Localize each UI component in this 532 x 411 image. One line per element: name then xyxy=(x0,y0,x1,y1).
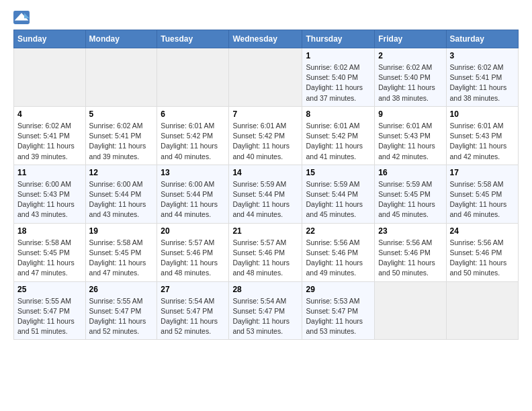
day-number: 27 xyxy=(161,285,225,294)
day-number: 15 xyxy=(306,168,371,177)
calendar-cell: 12Sunrise: 6:00 AM Sunset: 5:44 PM Dayli… xyxy=(85,165,157,223)
day-number: 28 xyxy=(232,285,298,294)
day-info: Sunrise: 5:53 AM Sunset: 5:47 PM Dayligh… xyxy=(306,296,371,337)
day-number: 26 xyxy=(89,285,154,294)
calendar-cell: 10Sunrise: 6:01 AM Sunset: 5:43 PM Dayli… xyxy=(446,106,519,165)
day-number: 12 xyxy=(89,168,154,177)
day-info: Sunrise: 5:57 AM Sunset: 5:46 PM Dayligh… xyxy=(232,238,298,279)
day-info: Sunrise: 6:01 AM Sunset: 5:42 PM Dayligh… xyxy=(306,121,371,162)
week-row-3: 11Sunrise: 6:00 AM Sunset: 5:43 PM Dayli… xyxy=(14,165,519,223)
day-info: Sunrise: 6:00 AM Sunset: 5:44 PM Dayligh… xyxy=(161,179,225,220)
day-number: 7 xyxy=(232,109,298,119)
calendar-cell: 20Sunrise: 5:57 AM Sunset: 5:46 PM Dayli… xyxy=(157,223,229,281)
day-number: 18 xyxy=(17,226,82,236)
calendar-cell: 11Sunrise: 6:00 AM Sunset: 5:43 PM Dayli… xyxy=(14,165,86,223)
calendar-table: SundayMondayTuesdayWednesdayThursdayFrid… xyxy=(13,30,519,340)
page-header xyxy=(13,11,519,24)
day-info: Sunrise: 6:01 AM Sunset: 5:43 PM Dayligh… xyxy=(378,121,442,162)
day-number: 6 xyxy=(161,109,225,119)
day-number: 1 xyxy=(306,51,371,60)
week-row-4: 18Sunrise: 5:58 AM Sunset: 5:45 PM Dayli… xyxy=(14,223,519,281)
header-saturday: Saturday xyxy=(446,30,519,48)
day-info: Sunrise: 6:02 AM Sunset: 5:41 PM Dayligh… xyxy=(89,121,154,162)
day-number: 20 xyxy=(161,226,225,236)
day-number: 22 xyxy=(306,226,371,236)
calendar-cell: 13Sunrise: 6:00 AM Sunset: 5:44 PM Dayli… xyxy=(157,165,229,223)
calendar-cell: 4Sunrise: 6:02 AM Sunset: 5:41 PM Daylig… xyxy=(14,106,86,165)
calendar-cell: 26Sunrise: 5:55 AM Sunset: 5:47 PM Dayli… xyxy=(85,281,157,340)
day-number: 11 xyxy=(17,168,82,177)
day-info: Sunrise: 5:59 AM Sunset: 5:44 PM Dayligh… xyxy=(232,179,298,220)
day-info: Sunrise: 6:01 AM Sunset: 5:43 PM Dayligh… xyxy=(450,121,515,162)
calendar-cell: 28Sunrise: 5:54 AM Sunset: 5:47 PM Dayli… xyxy=(229,281,302,340)
day-number: 5 xyxy=(89,109,154,119)
day-info: Sunrise: 6:01 AM Sunset: 5:42 PM Dayligh… xyxy=(161,121,225,162)
day-number: 16 xyxy=(378,168,442,177)
day-number: 2 xyxy=(378,51,442,60)
header-thursday: Thursday xyxy=(302,30,375,48)
calendar-cell: 17Sunrise: 5:58 AM Sunset: 5:45 PM Dayli… xyxy=(446,165,519,223)
logo xyxy=(13,11,32,24)
header-friday: Friday xyxy=(375,30,446,48)
calendar-cell xyxy=(229,48,302,107)
calendar-cell: 15Sunrise: 5:59 AM Sunset: 5:44 PM Dayli… xyxy=(302,165,375,223)
day-info: Sunrise: 5:56 AM Sunset: 5:46 PM Dayligh… xyxy=(306,238,371,279)
day-info: Sunrise: 5:56 AM Sunset: 5:46 PM Dayligh… xyxy=(450,238,515,279)
calendar-cell xyxy=(446,281,519,340)
day-number: 9 xyxy=(378,109,442,119)
day-number: 25 xyxy=(17,285,82,294)
calendar-cell: 25Sunrise: 5:55 AM Sunset: 5:47 PM Dayli… xyxy=(14,281,86,340)
calendar-cell: 14Sunrise: 5:59 AM Sunset: 5:44 PM Dayli… xyxy=(229,165,302,223)
day-number: 13 xyxy=(161,168,225,177)
calendar-cell xyxy=(157,48,229,107)
calendar-cell: 1Sunrise: 6:02 AM Sunset: 5:40 PM Daylig… xyxy=(302,48,375,107)
calendar-cell: 22Sunrise: 5:56 AM Sunset: 5:46 PM Dayli… xyxy=(302,223,375,281)
calendar-cell: 18Sunrise: 5:58 AM Sunset: 5:45 PM Dayli… xyxy=(14,223,86,281)
calendar-cell: 6Sunrise: 6:01 AM Sunset: 5:42 PM Daylig… xyxy=(157,106,229,165)
day-number: 29 xyxy=(306,285,371,294)
day-info: Sunrise: 6:00 AM Sunset: 5:43 PM Dayligh… xyxy=(17,179,82,220)
calendar-cell xyxy=(85,48,157,107)
day-info: Sunrise: 5:54 AM Sunset: 5:47 PM Dayligh… xyxy=(232,296,298,337)
calendar-cell: 21Sunrise: 5:57 AM Sunset: 5:46 PM Dayli… xyxy=(229,223,302,281)
day-info: Sunrise: 6:02 AM Sunset: 5:41 PM Dayligh… xyxy=(450,62,515,103)
header-wednesday: Wednesday xyxy=(229,30,302,48)
day-info: Sunrise: 5:59 AM Sunset: 5:45 PM Dayligh… xyxy=(378,179,442,220)
calendar-cell: 9Sunrise: 6:01 AM Sunset: 5:43 PM Daylig… xyxy=(375,106,446,165)
header-tuesday: Tuesday xyxy=(157,30,229,48)
day-number: 24 xyxy=(450,226,515,236)
day-info: Sunrise: 5:58 AM Sunset: 5:45 PM Dayligh… xyxy=(89,238,154,279)
header-monday: Monday xyxy=(85,30,157,48)
day-number: 8 xyxy=(306,109,371,119)
day-number: 23 xyxy=(378,226,442,236)
calendar-cell: 29Sunrise: 5:53 AM Sunset: 5:47 PM Dayli… xyxy=(302,281,375,340)
calendar-cell: 27Sunrise: 5:54 AM Sunset: 5:47 PM Dayli… xyxy=(157,281,229,340)
day-info: Sunrise: 5:58 AM Sunset: 5:45 PM Dayligh… xyxy=(450,179,515,220)
calendar-cell: 19Sunrise: 5:58 AM Sunset: 5:45 PM Dayli… xyxy=(85,223,157,281)
day-info: Sunrise: 5:58 AM Sunset: 5:45 PM Dayligh… xyxy=(17,238,82,279)
calendar-cell: 7Sunrise: 6:01 AM Sunset: 5:42 PM Daylig… xyxy=(229,106,302,165)
calendar-cell: 8Sunrise: 6:01 AM Sunset: 5:42 PM Daylig… xyxy=(302,106,375,165)
calendar-cell: 5Sunrise: 6:02 AM Sunset: 5:41 PM Daylig… xyxy=(85,106,157,165)
day-info: Sunrise: 5:56 AM Sunset: 5:46 PM Dayligh… xyxy=(378,238,442,279)
calendar-cell: 24Sunrise: 5:56 AM Sunset: 5:46 PM Dayli… xyxy=(446,223,519,281)
day-info: Sunrise: 5:54 AM Sunset: 5:47 PM Dayligh… xyxy=(161,296,225,337)
week-row-5: 25Sunrise: 5:55 AM Sunset: 5:47 PM Dayli… xyxy=(14,281,519,340)
day-info: Sunrise: 6:02 AM Sunset: 5:40 PM Dayligh… xyxy=(306,62,371,103)
logo-icon xyxy=(13,11,30,24)
day-number: 21 xyxy=(232,226,298,236)
day-number: 17 xyxy=(450,168,515,177)
day-number: 10 xyxy=(450,109,515,119)
header-sunday: Sunday xyxy=(14,30,86,48)
day-number: 4 xyxy=(17,109,82,119)
calendar-header-row: SundayMondayTuesdayWednesdayThursdayFrid… xyxy=(14,30,519,48)
week-row-1: 1Sunrise: 6:02 AM Sunset: 5:40 PM Daylig… xyxy=(14,48,519,107)
day-info: Sunrise: 6:01 AM Sunset: 5:42 PM Dayligh… xyxy=(232,121,298,162)
day-info: Sunrise: 5:59 AM Sunset: 5:44 PM Dayligh… xyxy=(306,179,371,220)
day-number: 19 xyxy=(89,226,154,236)
day-info: Sunrise: 5:55 AM Sunset: 5:47 PM Dayligh… xyxy=(17,296,82,337)
day-number: 3 xyxy=(450,51,515,60)
day-info: Sunrise: 5:55 AM Sunset: 5:47 PM Dayligh… xyxy=(89,296,154,337)
day-info: Sunrise: 6:00 AM Sunset: 5:44 PM Dayligh… xyxy=(89,179,154,220)
day-number: 14 xyxy=(232,168,298,177)
